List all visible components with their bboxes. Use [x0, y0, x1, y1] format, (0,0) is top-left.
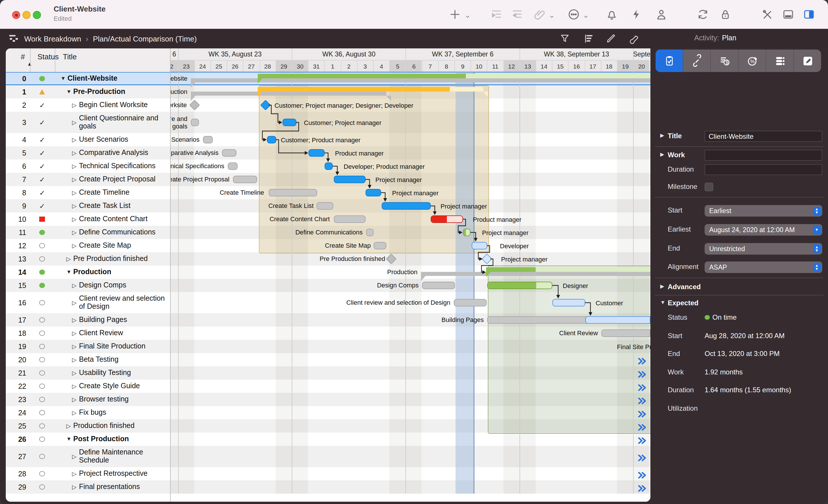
expected-bar[interactable]: [487, 282, 552, 289]
disclosure-triangle[interactable]: ▷: [72, 369, 79, 377]
inspector-tab-finance[interactable]: $: [711, 50, 739, 72]
disclosure-triangle[interactable]: ▷: [72, 136, 79, 144]
bolt-icon[interactable]: [630, 8, 642, 21]
continues-right-indicator[interactable]: [638, 436, 647, 446]
table-row-19[interactable]: 19▷Final Site Production: [6, 340, 170, 353]
summary-bar[interactable]: [486, 267, 651, 272]
disclosure-triangle[interactable]: ▷: [72, 483, 79, 491]
table-row-22[interactable]: 22▷Create Style Guide: [6, 379, 170, 393]
continues-right-indicator[interactable]: [638, 453, 647, 463]
disclosure-triangle[interactable]: ▷: [72, 382, 79, 390]
disclosure-triangle[interactable]: ▷: [66, 255, 73, 263]
continues-right-indicator[interactable]: [638, 470, 647, 481]
summary-bar[interactable]: [258, 87, 483, 92]
disclosure-triangle[interactable]: ▷: [72, 202, 79, 210]
expected-bar[interactable]: [325, 163, 333, 170]
continues-right-indicator[interactable]: [638, 396, 647, 406]
plan-bar[interactable]: [191, 119, 199, 127]
expected-disclosure[interactable]: ▼: [660, 300, 665, 305]
disclosure-triangle[interactable]: ▷: [72, 189, 79, 197]
plan-bar[interactable]: [233, 176, 257, 183]
continues-right-indicator[interactable]: [638, 383, 647, 393]
expected-bar[interactable]: [552, 299, 585, 307]
table-row-23[interactable]: 23▷Browser testing: [6, 393, 170, 406]
expected-bar[interactable]: [366, 189, 381, 197]
table-row-17[interactable]: 17▷Building Pages: [6, 313, 170, 327]
disclosure-triangle[interactable]: ▷: [72, 282, 79, 289]
disclosure-triangle[interactable]: ▷: [72, 356, 79, 364]
expected-bar[interactable]: [283, 119, 296, 127]
disclosure-triangle[interactable]: ▷: [72, 101, 79, 109]
disclosure-triangle[interactable]: ▷: [72, 470, 79, 478]
column-header-status[interactable]: Status: [38, 52, 59, 61]
stepper-icon[interactable]: ▲▼: [813, 263, 821, 271]
disclosure-triangle[interactable]: ▷: [72, 329, 79, 337]
plan-bar[interactable]: [203, 136, 213, 144]
plan-bar[interactable]: [366, 229, 374, 236]
table-row-10[interactable]: 10▷Create Content Chart: [6, 213, 170, 226]
inspector-tab-notes[interactable]: [794, 50, 821, 72]
gantt-timescale[interactable]: 6WK 35, August 23WK 36, August 30WK 37, …: [170, 48, 651, 72]
title-disclosure[interactable]: ▶: [660, 133, 664, 138]
indent-icon[interactable]: [490, 8, 503, 21]
table-row-0[interactable]: 0▼Client-Website: [6, 72, 170, 85]
alignment-popup[interactable]: ASAP ▲▼: [705, 261, 822, 273]
expected-bar[interactable]: [431, 216, 463, 223]
table-row-25[interactable]: 25▷Production finished: [6, 419, 170, 432]
chevron-down-icon[interactable]: [582, 10, 589, 23]
table-row-5[interactable]: 5✓▷Comparative Analysis: [6, 146, 170, 159]
continues-right-indicator[interactable]: [638, 369, 647, 380]
inspector-tab-time[interactable]: %: [739, 50, 766, 72]
filter-icon[interactable]: [559, 33, 571, 44]
bell-icon[interactable]: [606, 8, 618, 21]
advanced-disclosure[interactable]: ▶: [660, 283, 664, 289]
summary-bar[interactable]: [258, 74, 651, 78]
expected-bar[interactable]: [463, 229, 470, 236]
disclosure-triangle[interactable]: ▷: [72, 229, 79, 236]
baseline-summary-bar[interactable]: [421, 272, 651, 276]
end-popup[interactable]: Unrestricted ▲▼: [705, 243, 822, 254]
disclosure-triangle[interactable]: ▷: [72, 149, 79, 157]
zoom-button[interactable]: [33, 11, 41, 19]
table-gantt-divider[interactable]: [170, 48, 171, 502]
continues-right-indicator[interactable]: [638, 422, 647, 433]
table-row-16[interactable]: 16▷Client review and selection of Design: [6, 292, 170, 313]
expected-bar[interactable]: [334, 176, 366, 183]
table-row-28[interactable]: 28▷Project Retrospective: [6, 467, 170, 480]
duration-input[interactable]: [705, 164, 822, 175]
disclosure-triangle[interactable]: ▷: [72, 242, 79, 250]
disclosure-triangle[interactable]: ▼: [66, 88, 73, 96]
disclosure-triangle[interactable]: ▷: [72, 176, 79, 183]
continues-right-indicator[interactable]: [638, 356, 647, 367]
table-row-14[interactable]: 14▼Production: [6, 266, 170, 279]
table-row-21[interactable]: 21▷Usability Testing: [6, 366, 170, 379]
table-row-2[interactable]: 2✓▷Begin Client Worksite: [6, 98, 170, 112]
brush-icon[interactable]: [606, 33, 617, 44]
stepper-icon[interactable]: ▲▼: [813, 207, 821, 215]
disclosure-triangle[interactable]: ▼: [66, 268, 73, 276]
inspector-tab-info[interactable]: [656, 50, 683, 72]
table-row-4[interactable]: 4✓▷User Scenarios: [6, 133, 170, 146]
disclosure-triangle[interactable]: ▷: [72, 343, 79, 351]
table-row-7[interactable]: 7✓▷Create Project Proposal: [6, 173, 170, 186]
work-disclosure[interactable]: ▶: [660, 151, 664, 157]
plan-bar[interactable]: [487, 316, 601, 324]
tools-icon[interactable]: [761, 8, 774, 21]
expected-bar[interactable]: [585, 316, 651, 324]
milestone-checkbox[interactable]: [705, 183, 713, 191]
chevron-down-icon[interactable]: [548, 10, 555, 23]
table-row-26[interactable]: 26▼Post Production: [6, 432, 170, 446]
close-button[interactable]: [12, 11, 20, 19]
column-header-number[interactable]: #: [21, 52, 25, 61]
table-row-12[interactable]: 12▷Create Site Map: [6, 239, 170, 252]
continues-right-indicator[interactable]: [638, 484, 647, 494]
plan-bar[interactable]: [374, 242, 386, 250]
title-input[interactable]: Client-Website: [705, 131, 822, 142]
plan-bar[interactable]: [602, 329, 651, 337]
lock-icon[interactable]: [719, 8, 732, 21]
disclosure-triangle[interactable]: ▼: [60, 75, 68, 83]
table-row-24[interactable]: 24▷Fix bugs: [6, 406, 170, 419]
inspector-tab-resources[interactable]: [766, 50, 794, 72]
minimize-button[interactable]: [23, 11, 31, 19]
disclosure-triangle[interactable]: ▷: [72, 409, 79, 417]
